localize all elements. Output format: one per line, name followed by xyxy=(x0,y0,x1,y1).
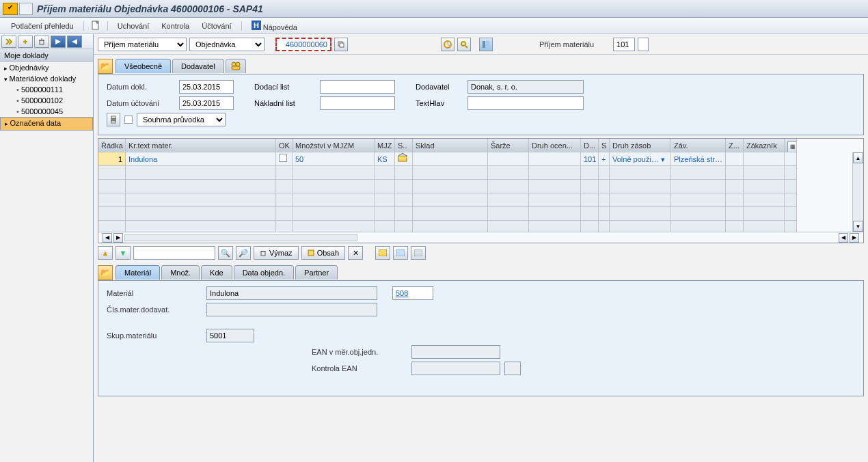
col-7[interactable]: Šarže xyxy=(488,139,529,152)
tree-doc-0[interactable]: 5000000111 xyxy=(0,84,93,95)
collapse-all-icon[interactable] xyxy=(67,36,82,48)
tree-oznacena[interactable]: Označená data xyxy=(0,117,93,131)
col-1[interactable]: Kr.text mater. xyxy=(126,139,276,152)
ok-checkbox[interactable] xyxy=(279,154,287,162)
dodaci-label: Dodací list xyxy=(254,83,316,91)
col-12[interactable]: Záv. xyxy=(671,139,726,152)
col-3[interactable]: Množství v MJZM xyxy=(293,139,375,152)
find-icon[interactable] xyxy=(457,38,471,51)
material-label: Materiál xyxy=(107,289,202,297)
col-9[interactable]: D... xyxy=(581,139,599,152)
warehouse-icon[interactable] xyxy=(398,152,407,162)
menu-uchovani[interactable]: Uchování xyxy=(112,20,154,32)
dtab-material[interactable]: Materiál xyxy=(116,265,160,280)
datum-uct-input[interactable] xyxy=(179,96,234,110)
sort-desc-icon[interactable]: ▼ xyxy=(116,246,131,260)
btn-extra-3[interactable] xyxy=(411,246,426,260)
col-2[interactable]: OK xyxy=(276,139,293,152)
layout-icon[interactable] xyxy=(479,38,493,51)
find-next-icon[interactable]: 🔎 xyxy=(236,246,251,260)
texthlav-input[interactable] xyxy=(467,96,584,110)
menu-uctovani[interactable]: Účtování xyxy=(196,20,236,32)
souhrnna-select[interactable]: Souhrná průvodka xyxy=(137,113,226,126)
tree-objednavky[interactable]: Objednávky xyxy=(0,62,93,73)
skup-input xyxy=(206,329,254,342)
col-14[interactable]: Zákazník xyxy=(744,139,785,152)
dtab-dataobj[interactable]: Data objedn. xyxy=(234,265,294,280)
tree-materialove[interactable]: Materiálové doklady xyxy=(0,73,93,84)
dtab-kde[interactable]: Kde xyxy=(201,265,232,280)
datum-dokl-label: Datum dokl. xyxy=(107,83,175,91)
find-in-list-icon[interactable]: 🔍 xyxy=(218,246,233,260)
action-select[interactable]: Příjem materiálu xyxy=(98,38,187,51)
scroll-up-icon[interactable]: ▲ xyxy=(853,152,863,163)
titlebar: ✔ Příjem materiálu Objednávka 4600000106… xyxy=(0,0,868,18)
header-panel: Datum dokl. Datum účtování Souhrná průvo… xyxy=(98,74,864,135)
material-no-input[interactable] xyxy=(392,286,433,300)
title-back-button[interactable] xyxy=(19,3,33,15)
btn-extra-2[interactable] xyxy=(393,246,408,260)
tree-doc-1[interactable]: 5000000102 xyxy=(0,95,93,106)
col-10[interactable]: S xyxy=(599,139,610,152)
tab-partner-icon[interactable] xyxy=(226,59,246,73)
movetype-input[interactable] xyxy=(613,38,635,51)
sort-asc-icon[interactable]: ▲ xyxy=(98,246,113,260)
souhrnna-checkbox[interactable] xyxy=(124,116,133,124)
find-first-icon[interactable] xyxy=(18,36,33,48)
docno-input[interactable] xyxy=(275,38,331,51)
movetype-sub-input[interactable] xyxy=(638,38,649,51)
datum-dokl-input[interactable] xyxy=(179,80,234,94)
delete-rows-button[interactable]: Výmaz xyxy=(254,246,299,260)
col-4[interactable]: MJZ xyxy=(375,139,395,152)
contents-button[interactable]: Obsah xyxy=(301,246,345,260)
docno-search-icon[interactable] xyxy=(334,38,348,51)
table-hscroll[interactable]: ◀ ▶ ◀ ▶ xyxy=(98,232,863,243)
scroll-left-icon-2[interactable]: ◀ xyxy=(839,233,848,243)
svg-rect-12 xyxy=(232,66,240,70)
execute-icon[interactable] xyxy=(441,38,455,51)
settings-icon[interactable]: ✕ xyxy=(348,246,363,260)
header-toggle-icon[interactable]: 📂 xyxy=(98,59,113,74)
col-6[interactable]: Sklad xyxy=(413,139,488,152)
menu-kontrola[interactable]: Kontrola xyxy=(156,20,195,32)
table-row xyxy=(98,221,863,232)
tab-dodavatel[interactable]: Dodavatel xyxy=(172,59,224,73)
window-title: Příjem materiálu Objednávka 4600000106 -… xyxy=(37,3,263,14)
col-8[interactable]: Druh ocen... xyxy=(529,139,581,152)
scroll-down-icon[interactable]: ▼ xyxy=(853,221,863,232)
nakladni-input[interactable] xyxy=(320,96,395,110)
scroll-left-icon[interactable]: ◀ xyxy=(103,233,112,243)
btn-extra-1[interactable] xyxy=(375,246,390,260)
svg-rect-0 xyxy=(92,21,98,29)
collapse-icon[interactable] xyxy=(1,36,16,48)
col-5[interactable]: S.. xyxy=(395,139,413,152)
tree-doc-2[interactable]: 5000000045 xyxy=(0,106,93,117)
svg-rect-15 xyxy=(111,121,116,123)
svg-rect-17 xyxy=(261,252,265,256)
detail-toggle-icon[interactable]: 📂 xyxy=(98,265,113,280)
col-11[interactable]: Druh zásob xyxy=(610,139,671,152)
print-icon[interactable] xyxy=(107,113,120,126)
table-config-icon[interactable]: ▦ xyxy=(787,141,797,152)
delete-icon[interactable] xyxy=(34,36,49,48)
dtab-mnoz[interactable]: Množ. xyxy=(161,265,200,280)
dodaci-input[interactable] xyxy=(320,80,395,94)
filter-input[interactable] xyxy=(133,246,215,260)
expand-icon[interactable] xyxy=(51,36,66,48)
scroll-right-icon-2[interactable]: ▶ xyxy=(850,233,859,243)
table-row[interactable]: 1Indulona50KS101+Volně použi… ▾Plzeňská … xyxy=(98,152,863,166)
svg-rect-4 xyxy=(338,42,342,46)
col-0[interactable]: Řádka xyxy=(98,139,126,152)
table-vscroll[interactable]: ▲ ▼ xyxy=(852,152,863,232)
reftype-select[interactable]: Objednávka xyxy=(189,38,265,51)
dtab-partner[interactable]: Partner xyxy=(295,265,338,280)
menu-help[interactable]: H Nápověda xyxy=(246,18,303,33)
svg-rect-13 xyxy=(111,118,116,122)
menu-potlaceni[interactable]: Potlačení přehledu xyxy=(5,20,79,32)
tab-vseobecne[interactable]: Všeobecně xyxy=(116,59,171,73)
table-row xyxy=(98,180,863,193)
new-doc-icon[interactable] xyxy=(88,18,103,33)
scroll-right-icon[interactable]: ▶ xyxy=(113,233,123,243)
col-13[interactable]: Z... xyxy=(726,139,744,152)
trash-icon xyxy=(260,249,267,256)
